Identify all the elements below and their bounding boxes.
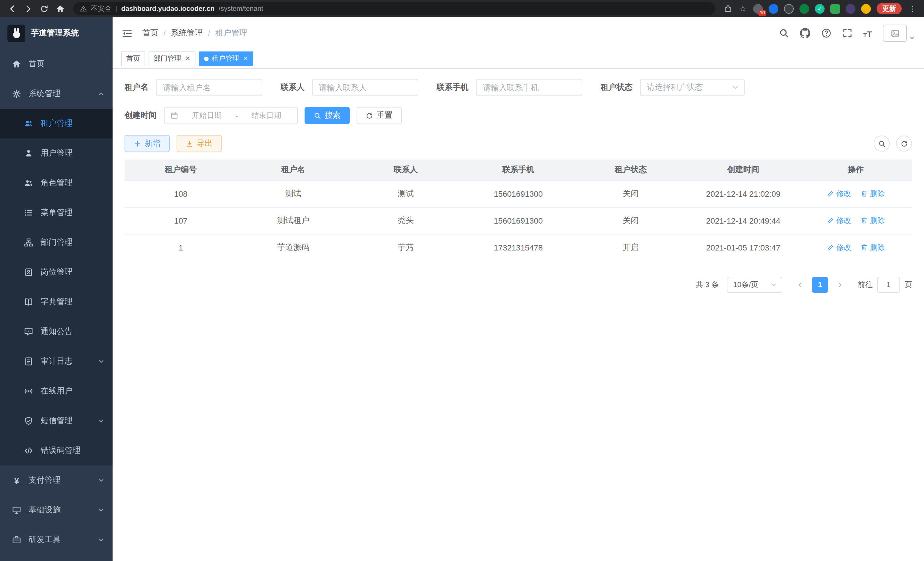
browser-update-button[interactable]: 更新 — [877, 3, 902, 14]
phone-label: 联系手机 — [436, 82, 469, 93]
chevron-down-icon — [770, 281, 777, 288]
next-page-button[interactable] — [831, 277, 849, 293]
search-button[interactable]: 搜索 — [304, 107, 350, 124]
sms-shield-icon — [24, 416, 33, 426]
page-size-select[interactable]: 10条/页 — [727, 277, 782, 293]
col-tenant-name: 租户名 — [237, 159, 350, 180]
sidebar-item-menu-management[interactable]: 菜单管理 — [0, 198, 112, 228]
date-start-placeholder: 开始日期 — [182, 110, 232, 121]
create-time-range-picker[interactable]: 开始日期 - 结束日期 — [164, 107, 298, 124]
delete-row-button[interactable]: 删除 — [860, 242, 885, 253]
reset-button[interactable]: 重置 — [357, 107, 402, 124]
sidebar-item-error-code-management[interactable]: 错误码管理 — [0, 436, 112, 465]
broken-image-icon — [891, 29, 899, 38]
edit-row-button[interactable]: 修改 — [826, 242, 851, 253]
total-count: 共 3 条 — [696, 279, 719, 290]
github-icon[interactable] — [800, 28, 810, 38]
browser-home-button[interactable] — [52, 2, 68, 15]
content-area: 首页 / 系统管理 / 租户管理 TT — [112, 17, 924, 561]
chevron-down-icon — [98, 417, 105, 424]
edit-row-button[interactable]: 修改 — [826, 188, 851, 199]
extension-icon[interactable] — [784, 4, 794, 14]
sidebar-toggle-icon[interactable] — [122, 28, 133, 39]
table-row: 108 测试 测试 15601691300 关闭 2021-12-14 21:0… — [124, 180, 912, 207]
chevron-down-icon — [98, 477, 105, 484]
fullscreen-icon[interactable] — [842, 28, 852, 38]
sidebar-item-dict-management[interactable]: 字典管理 — [0, 287, 112, 317]
avatar — [883, 25, 907, 42]
browser-profile-avatar[interactable] — [861, 4, 871, 14]
filter-row-2: 创建时间 开始日期 - 结束日期 搜索 重置 — [124, 107, 912, 124]
sidebar-item-infrastructure[interactable]: 基础设施 — [0, 495, 112, 525]
page-number-button[interactable]: 1 — [812, 277, 828, 293]
add-tenant-button[interactable]: 新增 — [124, 135, 170, 152]
extension-icon[interactable]: ✓ — [815, 4, 825, 14]
sidebar-item-dev-tools[interactable]: 研发工具 — [0, 525, 112, 555]
help-icon[interactable] — [821, 28, 831, 38]
user-icon — [24, 149, 33, 158]
browser-forward-button[interactable] — [21, 2, 35, 15]
breadcrumb-separator: / — [208, 29, 210, 38]
chevron-down-icon — [98, 536, 105, 543]
breadcrumb-system[interactable]: 系统管理 — [171, 28, 203, 38]
browser-back-button[interactable] — [4, 2, 20, 15]
url-path: /system/tenant — [219, 5, 263, 13]
extension-icon[interactable] — [769, 4, 778, 14]
col-contact: 联系人 — [350, 159, 462, 180]
tenant-users-icon — [24, 119, 33, 128]
tab-tenant-management[interactable]: 租户管理 ✕ — [199, 51, 253, 66]
chevron-up-icon — [98, 90, 105, 97]
sidebar-item-user-management[interactable]: 用户管理 — [0, 138, 112, 168]
sidebar-item-dept-management[interactable]: 部门管理 — [0, 228, 112, 257]
sidebar-item-system-management[interactable]: 系统管理 — [0, 79, 112, 109]
toggle-search-button[interactable] — [874, 135, 890, 152]
sidebar-item-role-management[interactable]: 角色管理 — [0, 168, 112, 198]
contact-input[interactable] — [312, 79, 418, 96]
user-avatar-dropdown[interactable] — [883, 25, 915, 42]
refresh-table-button[interactable] — [896, 135, 912, 152]
tenant-name-label: 租户名 — [124, 82, 148, 93]
browser-menu-icon[interactable]: ⋮ — [908, 4, 917, 13]
tab-home[interactable]: 首页 — [121, 51, 145, 66]
delete-row-button[interactable]: 删除 — [860, 188, 885, 199]
sidebar-item-audit-log[interactable]: 审计日志 — [0, 347, 112, 376]
tenant-name-input[interactable] — [156, 79, 262, 96]
edit-row-button[interactable]: 修改 — [826, 215, 851, 226]
sidebar-item-tenant-management[interactable]: 租户管理 — [0, 109, 112, 138]
phone-input[interactable] — [476, 79, 582, 96]
extension-icon[interactable] — [830, 4, 840, 14]
export-button[interactable]: 导出 — [177, 135, 222, 152]
url-bar[interactable]: 不安全 | dashboard.yudao.iocoder.cn/system/… — [73, 2, 716, 15]
search-icon[interactable] — [778, 28, 789, 38]
delete-icon — [860, 217, 868, 224]
share-icon[interactable] — [723, 4, 733, 13]
prev-page-button[interactable] — [791, 277, 808, 293]
sidebar-item-notice[interactable]: 通知公告 — [0, 317, 112, 347]
sidebar-item-sms-management[interactable]: 短信管理 — [0, 406, 112, 436]
tab-dept-management[interactable]: 部门管理 ✕ — [148, 51, 195, 66]
extension-icon[interactable] — [800, 4, 809, 14]
browser-chrome: 不安全 | dashboard.yudao.iocoder.cn/system/… — [0, 0, 924, 17]
sidebar-item-payment-management[interactable]: ¥ 支付管理 — [0, 465, 112, 495]
close-icon[interactable]: ✕ — [185, 55, 190, 62]
goto-page-input[interactable] — [877, 277, 900, 293]
extension-icon[interactable]: 10 — [753, 4, 763, 14]
extension-icon[interactable] — [846, 4, 855, 14]
edit-icon — [826, 217, 834, 224]
date-range-separator: - — [236, 111, 238, 120]
close-icon[interactable]: ✕ — [243, 55, 248, 62]
sidebar-item-home[interactable]: 首页 — [0, 49, 112, 79]
browser-reload-button[interactable] — [37, 2, 51, 15]
font-size-icon[interactable]: TT — [863, 30, 872, 38]
tenant-status-select[interactable]: 请选择租户状态 — [640, 79, 745, 96]
col-actions: 操作 — [800, 159, 912, 180]
audit-log-icon — [24, 357, 33, 366]
delete-row-button[interactable]: 删除 — [860, 215, 885, 226]
app-logo[interactable]: 芋道管理系统 — [0, 17, 112, 49]
filter-row-1: 租户名 联系人 联系手机 租户状态 请选择租户状态 — [124, 79, 912, 96]
contact-label: 联系人 — [280, 82, 304, 93]
sidebar-item-online-users[interactable]: 在线用户 — [0, 376, 112, 406]
bookmark-star-icon[interactable]: ☆ — [738, 4, 747, 13]
breadcrumb-home[interactable]: 首页 — [142, 28, 158, 38]
sidebar-item-post-management[interactable]: 岗位管理 — [0, 257, 112, 287]
